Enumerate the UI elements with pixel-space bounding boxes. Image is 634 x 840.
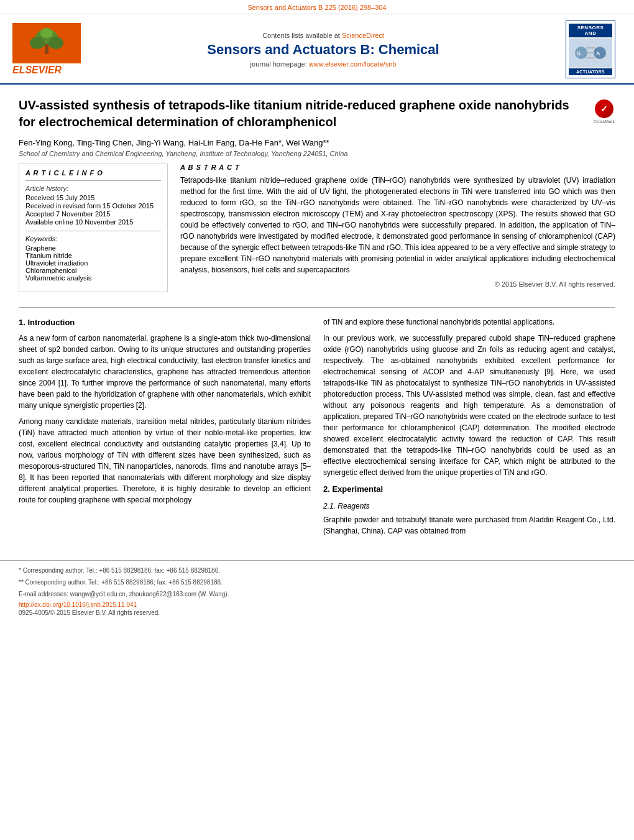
svg-text:A: A [596, 50, 600, 57]
divider2 [25, 231, 161, 231]
abstract-heading: A B S T R A C T [180, 164, 615, 171]
keyword-4: Chloramphenicol [25, 267, 161, 274]
page-header: ELSEVIER Contents lists available at Sci… [0, 14, 634, 85]
journal-header-center: Contents lists available at ScienceDirec… [81, 32, 566, 68]
svg-point-5 [40, 28, 53, 38]
sensors-image: S A [569, 37, 612, 68]
abstract-text: Tetrapods-like titanium nitride–reduced … [180, 175, 615, 275]
elsevier-logo: ELSEVIER [12, 23, 81, 76]
footer-issn: 0925-4005/© 2015 Elsevier B.V. All right… [19, 609, 615, 616]
intro-right-p2: In our previous work, we successfully pr… [323, 333, 615, 478]
sensors-top-label: SENSORS AND [569, 24, 612, 37]
doi-link[interactable]: http://dx.doi.org/10.1016/j.snb.2015.11.… [19, 601, 137, 608]
copyright-line: © 2015 Elsevier B.V. All rights reserved… [180, 280, 615, 288]
received-date: Received 15 July 2015 [25, 194, 161, 201]
divider [25, 180, 161, 181]
main-content: UV-assisted synthesis of tetrapods-like … [0, 85, 634, 554]
body-right-col: of TiN and explore these functional nano… [323, 316, 615, 542]
footer-note1: * Corresponding author. Tel.: +86 515 88… [19, 566, 615, 575]
article-info-col: A R T I C L E I N F O Article history: R… [19, 164, 168, 298]
sciencedirect-line: Contents lists available at ScienceDirec… [81, 32, 566, 39]
sensors-logo: SENSORS AND S A ACTUATORS [566, 21, 622, 78]
footer-doi: http://dx.doi.org/10.1016/j.snb.2015.11.… [19, 601, 615, 608]
crossmark-icon: ✓ [595, 99, 613, 118]
sensors-bottom-label: ACTUATORS [569, 68, 612, 75]
history-label: Article history: [25, 185, 161, 192]
section2-sub-heading: 2.1. Reagents [323, 501, 615, 512]
article-title-section: UV-assisted synthesis of tetrapods-like … [19, 97, 615, 131]
svg-rect-4 [45, 44, 48, 54]
elsevier-tree-icon [19, 25, 75, 60]
footer-note2: ** Corresponding author. Tel.: +86 515 8… [19, 578, 615, 587]
page-footer: * Corresponding author. Tel.: +86 515 88… [0, 560, 634, 621]
elsevier-text: ELSEVIER [12, 65, 81, 76]
sciencedirect-link[interactable]: ScienceDirect [342, 32, 384, 39]
authors-list: Fen-Ying Kong, Ting-Ting Chen, Jing-Yi W… [19, 138, 615, 147]
body-content: 1. Introduction As a new form of carbon … [19, 316, 615, 542]
svg-point-3 [48, 37, 63, 49]
journal-citation: Sensors and Actuators B 225 (2016) 298–3… [247, 4, 386, 11]
svg-text:S: S [577, 50, 581, 57]
keyword-3: Ultraviolet irradiation [25, 259, 161, 267]
journal-title: Sensors and Actuators B: Chemical [81, 42, 566, 58]
top-bar: Sensors and Actuators B 225 (2016) 298–3… [0, 0, 634, 14]
keyword-5: Voltammetric analysis [25, 274, 161, 282]
accepted-date: Accepted 7 November 2015 [25, 210, 161, 218]
homepage-line: journal homepage: www.elsevier.com/locat… [81, 60, 566, 68]
body-left-col: 1. Introduction As a new form of carbon … [19, 316, 311, 542]
article-info-heading: A R T I C L E I N F O [25, 169, 161, 177]
homepage-link[interactable]: www.elsevier.com/locate/snb [309, 60, 397, 68]
crossmark-label: CrossMark [593, 119, 615, 124]
footer-email: E-mail addresses: wangw@ycit.edu.cn, zho… [19, 589, 615, 599]
section2-heading: 2. Experimental [323, 483, 615, 496]
abstract-section: A B S T R A C T Tetrapods-like titanium … [180, 164, 615, 288]
crossmark-badge: ✓ CrossMark [593, 99, 615, 124]
article-info-box: A R T I C L E I N F O Article history: R… [19, 164, 168, 292]
article-title: UV-assisted synthesis of tetrapods-like … [19, 97, 587, 131]
section-separator [19, 307, 615, 308]
abstract-col: A B S T R A C T Tetrapods-like titanium … [180, 164, 615, 298]
elsevier-box [12, 23, 81, 63]
sensors-graphic-icon: S A [569, 39, 612, 67]
sensors-box: SENSORS AND S A ACTUATORS [566, 21, 615, 78]
intro-p1: As a new form of carbon nanomaterial, gr… [19, 333, 311, 411]
keywords-section: Keywords: Graphene Titanium nitride Ultr… [25, 235, 161, 282]
received-revised-date: Received in revised form 15 October 2015 [25, 202, 161, 210]
keywords-label: Keywords: [25, 235, 161, 242]
svg-point-2 [30, 37, 45, 49]
intro-right-p1: of TiN and explore these functional nano… [323, 316, 615, 328]
author-affiliation: School of Chemistry and Chemical Enginee… [19, 150, 615, 157]
section1-heading: 1. Introduction [19, 316, 311, 329]
available-date: Available online 10 November 2015 [25, 218, 161, 226]
article-info-abstract-section: A R T I C L E I N F O Article history: R… [19, 164, 615, 298]
article-history: Article history: Received 15 July 2015 R… [25, 185, 161, 226]
keyword-2: Titanium nitride [25, 252, 161, 259]
keyword-1: Graphene [25, 244, 161, 252]
section2-p1: Graphite powder and tetrabutyl titanate … [323, 514, 615, 537]
intro-p2: Among many candidate materials, transiti… [19, 416, 311, 505]
